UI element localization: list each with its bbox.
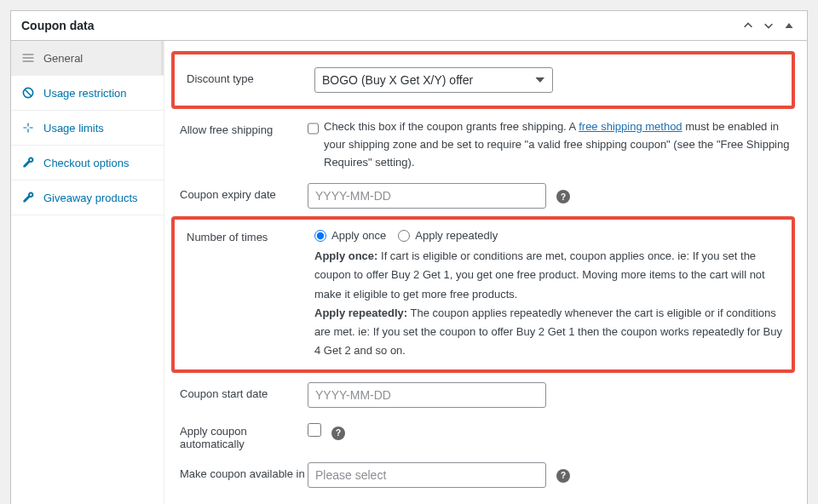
tab-general[interactable]: General	[11, 41, 164, 76]
discount-type-select-wrapper: BOGO (Buy X Get X/Y) offer	[314, 67, 553, 93]
tab-usage-restriction[interactable]: Usage restriction	[11, 76, 164, 111]
tab-label: Checkout options	[43, 157, 129, 169]
apply-repeatedly-radio[interactable]	[398, 230, 410, 242]
num-times-label: Number of times	[187, 229, 314, 360]
apply-repeatedly-help-label: Apply repeatedly:	[314, 306, 407, 319]
auto-apply-checkbox[interactable]	[308, 423, 321, 437]
discount-type-row: Discount type BOGO (Buy X Get X/Y) offer	[187, 61, 786, 99]
start-date-label: Coupon start date	[180, 382, 308, 408]
num-times-highlight: Number of times Apply once Apply rep	[171, 216, 795, 373]
available-in-row: Make coupon available in ?	[180, 456, 798, 494]
discount-type-highlight: Discount type BOGO (Buy X Get X/Y) offer	[171, 51, 795, 109]
expiry-label: Coupon expiry date	[180, 183, 308, 209]
panel-header-actions	[740, 18, 797, 33]
apply-once-help-text: If cart is eligible or conditions are me…	[314, 249, 765, 300]
tab-checkout-options[interactable]: Checkout options	[11, 146, 164, 180]
tab-label: General	[43, 52, 83, 65]
free-shipping-label: Allow free shipping	[180, 118, 308, 171]
free-shipping-checkbox[interactable]	[308, 122, 319, 135]
svg-rect-1	[23, 57, 34, 59]
help-icon[interactable]: ?	[331, 427, 345, 440]
help-icon[interactable]: ?	[556, 469, 570, 483]
restriction-icon	[21, 86, 35, 100]
available-in-label: Make coupon available in	[180, 462, 308, 488]
tab-usage-limits[interactable]: Usage limits	[11, 111, 164, 146]
coupon-data-panel: Coupon data General	[10, 10, 808, 504]
discount-type-select[interactable]: BOGO (Buy X Get X/Y) offer	[314, 67, 553, 93]
available-in-input[interactable]	[308, 462, 546, 488]
num-times-help: Apply once: If cart is eligible or condi…	[314, 247, 786, 360]
apply-once-radio-label[interactable]: Apply once	[314, 229, 386, 242]
num-times-radio-group: Apply once Apply repeatedly	[314, 229, 786, 242]
svg-rect-2	[23, 60, 34, 62]
auto-apply-label: Apply coupon automatically	[180, 420, 308, 450]
wrench-icon	[21, 191, 35, 204]
free-shipping-row: Allow free shipping Check this box if th…	[180, 112, 798, 177]
tab-label: Giveaway products	[43, 192, 138, 204]
tabs-sidebar: General Usage restriction Usage limits C…	[11, 41, 164, 504]
apply-once-text: Apply once	[331, 229, 386, 242]
collapse-toggle-icon[interactable]	[781, 18, 797, 33]
general-icon	[21, 51, 35, 65]
expiry-input[interactable]	[308, 183, 546, 209]
num-times-row: Number of times Apply once Apply rep	[187, 226, 786, 363]
general-tab-content: Discount type BOGO (Buy X Get X/Y) offer…	[164, 41, 807, 504]
help-icon[interactable]: ?	[556, 190, 570, 203]
discount-type-label: Discount type	[187, 67, 314, 93]
move-down-icon[interactable]	[761, 18, 776, 33]
apply-once-radio[interactable]	[314, 230, 326, 242]
wrench-icon	[21, 156, 35, 169]
limits-icon	[21, 121, 35, 135]
move-up-icon[interactable]	[740, 18, 756, 33]
apply-repeatedly-text: Apply repeatedly	[415, 229, 498, 242]
apply-once-help-label: Apply once:	[314, 249, 377, 262]
expiry-row: Coupon expiry date ?	[180, 177, 798, 215]
tab-giveaway-products[interactable]: Giveaway products	[11, 180, 164, 215]
start-date-input[interactable]	[308, 382, 546, 408]
tab-label: Usage restriction	[43, 87, 127, 100]
panel-body: General Usage restriction Usage limits C…	[11, 41, 807, 504]
auto-apply-row: Apply coupon automatically ?	[180, 414, 798, 456]
free-shipping-method-link[interactable]: free shipping method	[579, 120, 682, 133]
panel-header: Coupon data	[11, 11, 807, 41]
help-text-prefix: Check this box if the coupon grants free…	[324, 120, 579, 133]
free-shipping-help: Check this box if the coupon grants free…	[324, 118, 798, 171]
svg-rect-0	[23, 54, 34, 55]
apply-repeatedly-radio-label[interactable]: Apply repeatedly	[398, 229, 498, 242]
tab-label: Usage limits	[43, 122, 104, 135]
panel-title: Coupon data	[21, 19, 95, 32]
start-date-row: Coupon start date	[180, 376, 798, 414]
